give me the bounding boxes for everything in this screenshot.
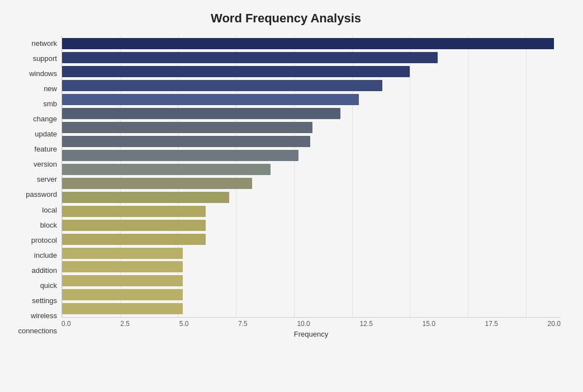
bar xyxy=(62,164,271,175)
bars-and-xaxis: 0.02.55.07.510.012.515.017.520.0 Frequen… xyxy=(61,36,561,338)
bar-row xyxy=(62,247,561,260)
x-tick: 0.0 xyxy=(61,320,71,328)
bar-row xyxy=(62,233,561,246)
bar-row xyxy=(62,79,561,92)
bar-row xyxy=(62,177,561,190)
y-label: version xyxy=(34,157,57,172)
bar xyxy=(62,66,410,77)
x-tick: 5.0 xyxy=(179,320,189,328)
y-label: quick xyxy=(40,278,57,292)
bar-row xyxy=(62,288,561,301)
y-label: server xyxy=(37,172,57,187)
bar-row xyxy=(62,302,561,315)
bar-row xyxy=(62,260,561,273)
y-label: change xyxy=(33,112,57,126)
bar xyxy=(62,94,359,105)
x-tick: 7.5 xyxy=(238,320,248,328)
bar-row xyxy=(62,205,561,218)
y-label: support xyxy=(33,51,57,66)
bar xyxy=(62,150,298,161)
bar-row xyxy=(62,149,561,162)
x-tick: 2.5 xyxy=(120,320,130,328)
bar-row xyxy=(62,191,561,204)
bar-row xyxy=(62,274,561,287)
bar xyxy=(62,38,554,49)
bar-row xyxy=(62,219,561,232)
y-label: windows xyxy=(29,67,57,81)
bar-row xyxy=(62,107,561,120)
y-label: password xyxy=(26,187,57,202)
bar-row xyxy=(62,51,561,64)
y-label: include xyxy=(34,248,57,262)
x-tick: 15.0 xyxy=(423,320,435,328)
bars-area xyxy=(61,36,561,318)
y-label: new xyxy=(44,82,57,96)
y-label: block xyxy=(40,218,57,232)
bar-row xyxy=(62,93,561,106)
chart-area: networksupportwindowsnewsmbchangeupdatef… xyxy=(11,36,561,338)
bar xyxy=(62,248,183,259)
x-tick: 12.5 xyxy=(359,320,372,328)
y-label: addition xyxy=(31,263,57,277)
y-label: local xyxy=(42,202,57,217)
bar-row xyxy=(62,121,561,134)
x-axis-label: Frequency xyxy=(61,330,561,338)
bar xyxy=(62,206,206,217)
chart-title: Word Frequency Analysis xyxy=(11,11,561,26)
bar xyxy=(62,52,438,63)
y-label: network xyxy=(31,36,57,51)
bar-row xyxy=(62,65,561,78)
bar-row xyxy=(62,37,561,50)
bar xyxy=(62,192,229,203)
bar xyxy=(62,136,310,147)
x-tick: 10.0 xyxy=(297,320,310,328)
y-label: connections xyxy=(18,323,57,338)
y-label: settings xyxy=(32,293,57,308)
x-tick: 20.0 xyxy=(548,320,561,328)
bar-row xyxy=(62,163,561,176)
chart-container: Word Frequency Analysis networksupportwi… xyxy=(0,0,583,392)
bar xyxy=(62,108,340,119)
bar xyxy=(62,122,312,133)
x-tick: 17.5 xyxy=(485,320,498,328)
bar xyxy=(62,261,183,272)
bar xyxy=(62,275,183,286)
bar xyxy=(62,289,183,300)
y-axis: networksupportwindowsnewsmbchangeupdatef… xyxy=(11,36,61,338)
x-axis: 0.02.55.07.510.012.515.017.520.0 Frequen… xyxy=(61,318,561,338)
y-label: protocol xyxy=(31,233,57,247)
bar xyxy=(62,220,206,231)
bar xyxy=(62,178,252,189)
y-label: smb xyxy=(43,97,57,111)
bar xyxy=(62,234,206,245)
y-label: wireless xyxy=(31,308,57,323)
bar xyxy=(62,80,382,91)
y-label: update xyxy=(35,127,57,141)
bar-row xyxy=(62,135,561,148)
y-label: feature xyxy=(35,142,57,157)
bar xyxy=(62,303,183,314)
